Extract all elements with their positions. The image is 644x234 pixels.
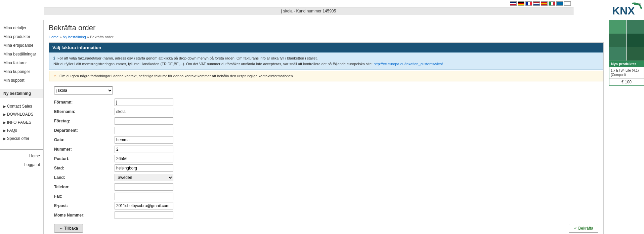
knx-logo: KNX ® <box>609 0 644 20</box>
form-row-postort: Postort: <box>54 155 598 162</box>
sidebar-item-mina-erbjudande[interactable]: Mina erbjudande <box>0 41 43 50</box>
form-row-stad: Stad: <box>54 164 598 172</box>
product-image-4 <box>627 34 644 47</box>
info-icon: ℹ <box>53 56 55 60</box>
label-postort: Postort: <box>54 156 115 161</box>
form-area: j skola Förnamn: Efternamn: Företag: <box>49 81 603 234</box>
info-box: ℹ För att välja fakturadetaIjer (namn, a… <box>49 52 603 70</box>
input-stad[interactable] <box>115 164 173 172</box>
form-row-fax: Fax: <box>54 193 598 200</box>
label-gata: Gata: <box>54 138 115 142</box>
product-image-6 <box>627 47 644 61</box>
input-foretag[interactable] <box>115 117 173 125</box>
warning-text: Om du göra några förändringar i denna ko… <box>59 74 294 78</box>
label-fax: Fax: <box>54 194 115 199</box>
warning-icon: ⚠ <box>53 74 57 78</box>
label-department: Department: <box>54 128 115 133</box>
back-button[interactable]: ← Tillbaka <box>54 224 83 233</box>
sidebar-item-downloads[interactable]: DOWNLOADS <box>0 110 43 118</box>
sidebar-item-home[interactable]: Home <box>0 152 43 160</box>
input-department[interactable] <box>115 127 173 134</box>
breadcrumb-ny-bestallning[interactable]: Ny beställning <box>63 35 86 39</box>
input-epost[interactable] <box>115 202 173 209</box>
product-desc: 1 x ETS4 Lite (4.1) (Composit <box>609 67 644 78</box>
product-images-row2 <box>609 34 644 47</box>
breadcrumb-home[interactable]: Home <box>49 35 58 39</box>
label-stad: Stad: <box>54 166 115 170</box>
sidebar-item-logga-ut[interactable]: Logga ut <box>0 160 43 169</box>
label-nummer: Nummer: <box>54 147 115 152</box>
input-telefon[interactable] <box>115 183 173 191</box>
new-products-box: Nya produkter 1 x ETS4 Lite (4.1) (Compo… <box>609 61 644 86</box>
flag-nl[interactable] <box>533 1 540 6</box>
sidebar-item-contact-sales[interactable]: Contact Sales <box>0 102 43 110</box>
label-land: Land: <box>54 175 115 180</box>
flag-fi[interactable] <box>564 1 571 6</box>
form-row-epost: E-post: <box>54 202 598 209</box>
form-row-moms: Moms Nummer: <box>54 211 598 219</box>
breadcrumb: Home » Ny beställning » Bekräfta order <box>49 35 604 39</box>
breadcrumb-current: Bekräfta order <box>90 35 114 39</box>
sidebar-item-special-offer[interactable]: Special offer <box>0 134 43 143</box>
svg-text:®: ® <box>639 3 641 6</box>
form-row-fornamn: Förnamn: <box>54 99 598 106</box>
form-row-telefon: Telefon: <box>54 183 598 191</box>
info-text-1: För att välja fakturadetaIjer (namn, adr… <box>57 56 317 60</box>
flag-se[interactable] <box>556 1 563 6</box>
vat-link[interactable]: http://ec.europa.eu/taxation_customs/vie… <box>374 62 443 66</box>
form-row-gata: Gata: <box>54 136 598 144</box>
input-moms[interactable] <box>115 211 173 219</box>
sidebar-item-mina-bestallningar[interactable]: Mina beställningar <box>0 50 43 58</box>
select-land[interactable]: Sweden Germany France Netherlands Spain … <box>115 174 173 181</box>
form-row-nummer: Nummer: <box>54 146 598 153</box>
product-images-row3 <box>609 47 644 61</box>
product-image-2 <box>627 20 644 34</box>
form-row-department: Department: <box>54 127 598 134</box>
confirm-button[interactable]: ✓ Bekräfta <box>569 224 598 233</box>
right-sidebar: Nya produkter 1 x ETS4 Lite (4.1) (Compo… <box>609 20 644 234</box>
sidebar-item-faqs[interactable]: FAQs <box>0 126 43 134</box>
flag-es[interactable] <box>541 1 548 6</box>
sidebar-item-mina-kuponger[interactable]: Mina kuponger <box>0 67 43 76</box>
sidebar-item-min-support[interactable]: Min support <box>0 76 43 85</box>
sidebar-item-mina-detaljer[interactable]: Mina detaljer <box>0 24 43 32</box>
form-footer: ← Tillbaka ✓ Bekräfta <box>54 224 598 233</box>
main-content: Bekräfta order Home » Ny beställning » B… <box>44 20 609 234</box>
product-image-1 <box>609 20 627 34</box>
input-postort[interactable] <box>115 155 173 162</box>
form-row-foretag: Företag: <box>54 117 598 125</box>
input-nummer[interactable] <box>115 146 173 153</box>
label-fornamn: Förnamn: <box>54 100 115 105</box>
content-box: Välj faktura information ℹ För att välja… <box>49 42 604 234</box>
sidebar-item-mina-fakturor[interactable]: Mina fakturor <box>0 58 43 67</box>
flag-it[interactable] <box>549 1 555 6</box>
sidebar-item-info-pages[interactable]: INFO PAGES <box>0 118 43 126</box>
input-fax[interactable] <box>115 193 173 200</box>
sidebar-item-mina-produkter[interactable]: Mina produkter <box>0 32 43 41</box>
page-title: Bekräfta order <box>49 24 604 32</box>
user-info-bar: j skola - Kund nummer 145905 <box>44 7 573 15</box>
label-moms: Moms Nummer: <box>54 213 115 218</box>
flag-fr[interactable] <box>525 1 532 6</box>
input-fornamn[interactable] <box>115 99 173 106</box>
label-epost: E-post: <box>54 203 115 208</box>
flag-de[interactable] <box>518 1 524 6</box>
info-text-2: När du fyller i ditt momsregistreringsnu… <box>53 62 443 66</box>
section-header: Välj faktura information <box>49 43 603 52</box>
input-efternamn[interactable] <box>115 108 173 115</box>
sidebar-item-ny-bestallning[interactable]: Ny beställning <box>0 89 43 98</box>
sidebar: Mina detaljer Mina produkter Mina erbjud… <box>0 20 44 234</box>
input-gata[interactable] <box>115 136 173 144</box>
contact-select[interactable]: j skola <box>54 86 113 94</box>
label-foretag: Företag: <box>54 119 115 123</box>
product-image-3 <box>609 34 627 47</box>
svg-text:KNX: KNX <box>612 5 635 17</box>
product-images-row1 <box>609 20 644 34</box>
form-row-efternamn: Efternamn: <box>54 108 598 115</box>
contact-dropdown-row: j skola <box>54 86 598 94</box>
product-image-5 <box>609 47 627 61</box>
label-telefon: Telefon: <box>54 185 115 189</box>
user-info-text: j skola - Kund nummer 145905 <box>281 9 336 13</box>
label-efternamn: Efternamn: <box>54 109 115 114</box>
flag-gb[interactable] <box>510 1 517 6</box>
